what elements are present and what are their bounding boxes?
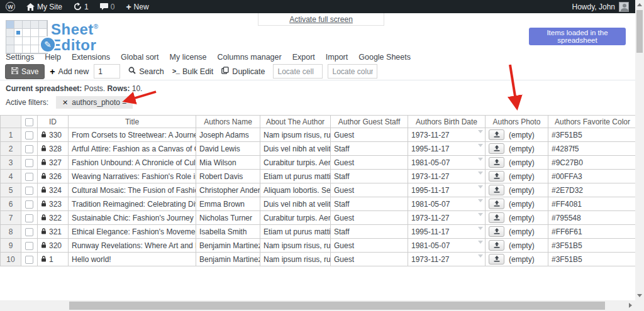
- author-guest-staff-cell[interactable]: Guest: [331, 211, 408, 225]
- save-button[interactable]: Save: [5, 64, 45, 79]
- authors-name-cell[interactable]: David Lewis: [196, 142, 260, 156]
- authors-name-cell[interactable]: Nicholas Turner: [196, 211, 260, 225]
- authors-birth-date-cell[interactable]: 1973-11-27: [408, 170, 486, 183]
- authors-favorite-color-cell[interactable]: #3F51B5: [548, 239, 636, 253]
- row-checkbox[interactable]: [25, 145, 33, 153]
- vertical-scrollbar-thumb[interactable]: [636, 10, 643, 53]
- upload-image-button[interactable]: [489, 185, 504, 195]
- row-checkbox[interactable]: [25, 131, 33, 139]
- row-number-cell[interactable]: 8: [1, 225, 21, 239]
- chevron-down-icon[interactable]: [478, 254, 483, 258]
- menu-item-my-license[interactable]: My license: [170, 53, 207, 62]
- filter-chip-authors-photo[interactable]: ✕ authors_photo =: [56, 96, 133, 109]
- authors-photo-cell[interactable]: (empty): [486, 183, 548, 197]
- row-number-cell[interactable]: 4: [1, 170, 21, 183]
- locate-cell-input[interactable]: [273, 64, 323, 79]
- chevron-down-icon[interactable]: [478, 241, 483, 244]
- id-cell[interactable]: 1: [38, 253, 69, 266]
- chevron-down-icon[interactable]: [478, 185, 483, 188]
- menu-item-settings[interactable]: Settings: [6, 53, 34, 62]
- column-header-about-the-author[interactable]: About The Author: [260, 116, 331, 128]
- authors-photo-cell[interactable]: (empty): [486, 156, 548, 170]
- bulk-edit-button[interactable]: >_ Bulk Edit: [172, 67, 214, 76]
- upload-image-button[interactable]: [489, 226, 504, 237]
- horizontal-scrollbar-thumb[interactable]: [69, 302, 605, 310]
- upload-image-button[interactable]: [489, 129, 504, 140]
- about-the-author-cell[interactable]: Etiam ut purus mattis m...: [260, 225, 331, 239]
- row-number-cell[interactable]: 6: [1, 197, 21, 211]
- chevron-down-icon[interactable]: [478, 172, 483, 175]
- scroll-up-icon[interactable]: [637, 3, 642, 6]
- select-all-checkbox[interactable]: [25, 118, 33, 126]
- column-header-authors-birth-date[interactable]: Authors Birth Date: [408, 116, 486, 128]
- row-number-cell[interactable]: 2: [1, 142, 21, 156]
- column-header-authors-photo[interactable]: Authors Photo: [486, 116, 548, 128]
- column-header-authors-name[interactable]: Authors Name: [196, 116, 260, 128]
- authors-birth-date-cell[interactable]: 1973-11-27: [408, 253, 486, 266]
- chevron-down-icon[interactable]: [478, 130, 483, 133]
- row-checkbox[interactable]: [25, 228, 33, 236]
- upload-image-button[interactable]: [489, 254, 504, 265]
- column-header-title[interactable]: Title: [69, 116, 196, 128]
- row-checkbox[interactable]: [25, 173, 33, 181]
- close-icon[interactable]: ✕: [62, 99, 68, 107]
- authors-photo-cell[interactable]: (empty): [486, 170, 548, 183]
- title-cell[interactable]: Artful Attire: Fashion as a Canvas of Cu…: [69, 142, 196, 156]
- vertical-scrollbar[interactable]: [635, 0, 644, 311]
- about-the-author-cell[interactable]: Duis vel nibh at velit sce...: [260, 142, 331, 156]
- author-guest-staff-cell[interactable]: Guest: [331, 239, 408, 253]
- id-cell[interactable]: 320: [38, 239, 69, 253]
- about-the-author-cell[interactable]: Duis vel nibh at velit sce...: [260, 197, 331, 211]
- upload-image-button[interactable]: [489, 157, 504, 168]
- row-checkbox[interactable]: [25, 200, 33, 209]
- authors-name-cell[interactable]: Benjamin Martinez: [196, 239, 260, 253]
- authors-favorite-color-cell[interactable]: #FF4081: [548, 197, 636, 211]
- howdy-greeting[interactable]: Howdy, John: [572, 3, 615, 11]
- title-cell[interactable]: Hello world!: [69, 253, 196, 266]
- authors-name-cell[interactable]: Benjamin Martinez: [196, 253, 260, 266]
- row-checkbox[interactable]: [25, 242, 33, 250]
- upload-image-button[interactable]: [489, 212, 504, 223]
- authors-birth-date-cell[interactable]: 1981-05-07: [408, 156, 486, 170]
- author-guest-staff-cell[interactable]: Staff: [331, 197, 408, 211]
- authors-favorite-color-cell[interactable]: #3F51B5: [548, 128, 636, 142]
- menu-item-export[interactable]: Export: [292, 53, 315, 62]
- id-cell[interactable]: 327: [38, 156, 69, 170]
- authors-name-cell[interactable]: Christopher Anderson: [196, 183, 260, 197]
- row-number-cell[interactable]: 5: [1, 183, 21, 197]
- id-cell[interactable]: 321: [38, 225, 69, 239]
- upload-image-button[interactable]: [489, 143, 504, 154]
- items-loaded-button[interactable]: Items loaded in the spreadsheet: [529, 28, 626, 45]
- authors-favorite-color-cell[interactable]: #3F51B5: [548, 253, 636, 266]
- id-cell[interactable]: 328: [38, 142, 69, 156]
- authors-name-cell[interactable]: Isabella Smith: [196, 225, 260, 239]
- chevron-down-icon[interactable]: [478, 144, 483, 147]
- authors-favorite-color-cell[interactable]: #795548: [548, 211, 636, 225]
- about-the-author-cell[interactable]: Etiam ut purus mattis m...: [260, 170, 331, 183]
- about-the-author-cell[interactable]: Nam ipsum risus, rutru...: [260, 253, 331, 266]
- authors-favorite-color-cell[interactable]: #9C27B0: [548, 156, 636, 170]
- about-the-author-cell[interactable]: Aliquam lobortis. Sed co...: [260, 183, 331, 197]
- column-header-id[interactable]: ID: [38, 116, 69, 128]
- title-cell[interactable]: From Corsets to Streetwear: A Journey Th…: [69, 128, 196, 142]
- updates-link[interactable]: 1: [68, 0, 94, 13]
- id-cell[interactable]: 326: [38, 170, 69, 183]
- id-cell[interactable]: 324: [38, 183, 69, 197]
- author-guest-staff-cell[interactable]: Guest: [331, 156, 408, 170]
- authors-birth-date-cell[interactable]: 1995-11-17: [408, 183, 486, 197]
- row-checkbox[interactable]: [25, 159, 33, 167]
- activate-fullscreen-link[interactable]: Activate full screen: [289, 15, 353, 24]
- author-guest-staff-cell[interactable]: Guest: [331, 253, 408, 266]
- row-checkbox[interactable]: [25, 187, 33, 195]
- authors-photo-cell[interactable]: (empty): [486, 225, 548, 239]
- scroll-down-icon[interactable]: [637, 294, 642, 297]
- add-new-button[interactable]: + Add new: [50, 67, 89, 77]
- authors-photo-cell[interactable]: (empty): [486, 197, 548, 211]
- authors-birth-date-cell[interactable]: 1973-11-27: [408, 211, 486, 225]
- menu-item-global-sort[interactable]: Global sort: [121, 53, 158, 62]
- row-number-cell[interactable]: 3: [1, 156, 21, 170]
- about-the-author-cell[interactable]: Nam ipsum risus, rutru...: [260, 239, 331, 253]
- authors-birth-date-cell[interactable]: 1981-05-07: [408, 197, 486, 211]
- comments-link[interactable]: 0: [94, 0, 121, 13]
- new-content-link[interactable]: + New: [120, 0, 154, 13]
